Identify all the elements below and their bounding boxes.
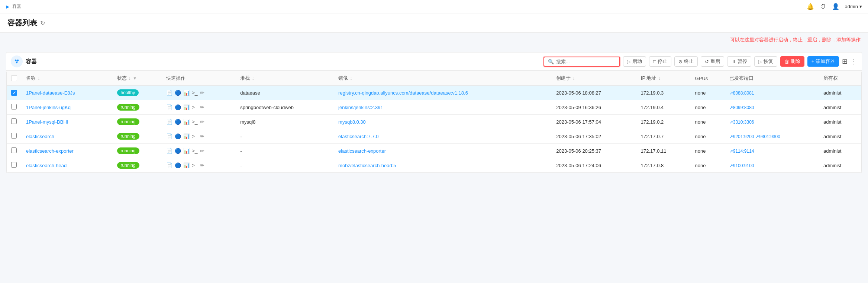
container-name-link[interactable]: elasticsearch-exporter	[26, 148, 74, 154]
row-quick-actions-cell: 📄 🔵 📊 >_ ✏	[162, 115, 236, 129]
table: 名称 ↕ 状态 ↕ ▼ 快速操作 堆栈 ↕	[7, 71, 861, 172]
port-link[interactable]: ↗8099:8080	[729, 105, 754, 110]
col-stack-label: 堆栈	[240, 75, 250, 81]
action-edit-icon[interactable]: ✏	[200, 104, 204, 110]
action-log-icon[interactable]: 📄	[166, 133, 172, 139]
col-stack-sort[interactable]: ↕	[252, 76, 254, 80]
action-terminal-icon[interactable]: >_	[192, 162, 198, 168]
action-monitor-icon[interactable]: 🔵	[175, 148, 181, 154]
action-terminal-icon[interactable]: >_	[192, 133, 198, 139]
port-link[interactable]: ↗8088:8081	[729, 90, 754, 96]
action-terminal-icon[interactable]: >_	[192, 90, 198, 96]
image-link[interactable]: elasticsearch:7.7.0	[338, 134, 378, 139]
stop-button[interactable]: □ 停止	[649, 56, 671, 67]
header-checkbox[interactable]	[11, 75, 17, 81]
action-edit-icon[interactable]: ✏	[200, 148, 204, 154]
action-monitor-icon[interactable]: 🔵	[175, 119, 181, 125]
delete-button[interactable]: 🗑 删除	[780, 56, 804, 67]
action-stats-icon[interactable]: 📊	[183, 90, 190, 96]
col-image-sort[interactable]: ↕	[350, 76, 352, 80]
action-stats-icon[interactable]: 📊	[183, 119, 190, 125]
image-link[interactable]: mobz/elasticsearch-head:5	[338, 163, 396, 168]
action-terminal-icon[interactable]: >_	[192, 119, 198, 125]
row-checkbox[interactable]	[11, 118, 17, 124]
add-container-button[interactable]: + 添加容器	[807, 56, 839, 67]
action-monitor-icon[interactable]: 🔵	[175, 162, 181, 168]
action-stats-icon[interactable]: 📊	[183, 162, 190, 168]
port-link[interactable]: ↗9100:9100	[729, 163, 754, 168]
col-created-sort[interactable]: ↕	[573, 76, 575, 80]
row-image-cell: jenkins/jenkins:2.391	[334, 100, 552, 115]
layout-icon[interactable]: ⊞	[842, 57, 848, 66]
col-status-sort[interactable]: ↕	[129, 76, 131, 80]
image-link[interactable]: registry.cn-qingdao.aliyuncs.com/dataeas…	[338, 90, 468, 96]
status-badge: running	[117, 133, 139, 140]
clock-icon[interactable]: ⏱	[820, 3, 826, 10]
quick-actions-group: 📄 🔵 📊 >_ ✏	[166, 104, 232, 110]
image-link[interactable]: mysql:8.0.30	[338, 119, 366, 125]
container-name-link[interactable]: elasticsearch	[26, 134, 54, 139]
action-terminal-icon[interactable]: >_	[192, 104, 198, 110]
terminate-button[interactable]: ⊘ 终止	[674, 56, 698, 67]
row-ip-cell: 172.19.0.4	[636, 100, 691, 115]
action-stats-icon[interactable]: 📊	[183, 133, 190, 139]
stop-label: 停止	[658, 58, 667, 65]
action-monitor-icon[interactable]: 🔵	[175, 104, 181, 110]
refresh-icon[interactable]: ↻	[40, 19, 45, 26]
port-link[interactable]: ↗9201:9200	[729, 134, 754, 139]
row-ports-cell: ↗3310:3306	[725, 115, 819, 129]
action-stats-icon[interactable]: 📊	[183, 104, 190, 110]
action-log-icon[interactable]: 📄	[166, 148, 172, 154]
action-edit-icon[interactable]: ✏	[200, 119, 204, 125]
action-edit-icon[interactable]: ✏	[200, 162, 204, 168]
action-monitor-icon[interactable]: 🔵	[175, 133, 181, 139]
action-terminal-icon[interactable]: >_	[192, 148, 198, 154]
stack-value: springbootweb-cloudweb	[240, 105, 294, 110]
row-checkbox[interactable]	[11, 147, 17, 153]
pause-button[interactable]: ⏸ 暂停	[727, 56, 751, 67]
col-status-filter[interactable]: ▼	[133, 76, 137, 80]
table-row: 1Panel-mysql-BBHlrunning 📄 🔵 📊 >_ ✏ mysq…	[7, 115, 861, 129]
start-button[interactable]: ▷ 启动	[623, 56, 646, 67]
col-name-sort[interactable]: ↕	[38, 76, 40, 80]
col-ip-sort[interactable]: ↕	[658, 76, 661, 80]
container-name-link[interactable]: 1Panel-jenkins-ugKq	[26, 105, 71, 110]
container-name-link[interactable]: 1Panel-dataease-E8Js	[26, 90, 75, 96]
row-checkbox[interactable]	[11, 162, 17, 168]
restart-button[interactable]: ↺ 重启	[701, 56, 724, 67]
admin-menu[interactable]: admin ▾	[845, 4, 862, 9]
action-stats-icon[interactable]: 📊	[183, 148, 190, 154]
container-name-link[interactable]: 1Panel-mysql-BBHl	[26, 119, 68, 125]
more-icon[interactable]: ⋮	[851, 57, 857, 66]
container-name-link[interactable]: elasticsearch-head	[26, 163, 67, 168]
col-gpus: GPUs	[691, 71, 725, 86]
row-image-cell: mobz/elasticsearch-head:5	[334, 158, 552, 173]
action-log-icon[interactable]: 📄	[166, 90, 172, 96]
action-edit-icon[interactable]: ✏	[200, 90, 204, 96]
action-log-icon[interactable]: 📄	[166, 119, 172, 125]
search-input[interactable]	[556, 59, 616, 64]
stack-value: mysql8	[240, 119, 255, 125]
bell-icon[interactable]: 🔔	[807, 3, 814, 10]
action-monitor-icon[interactable]: 🔵	[175, 90, 181, 96]
row-quick-actions-cell: 📄 🔵 📊 >_ ✏	[162, 129, 236, 144]
port-link[interactable]: ↗9301:9300	[755, 134, 780, 139]
action-edit-icon[interactable]: ✏	[200, 133, 204, 139]
user-icon[interactable]: 👤	[832, 3, 839, 10]
port-link[interactable]: ↗9114:9114	[729, 149, 754, 154]
section-icon	[11, 55, 23, 67]
port-link[interactable]: ↗3310:3306	[729, 120, 754, 125]
resume-button[interactable]: ▷ 恢复	[754, 56, 777, 67]
action-log-icon[interactable]: 📄	[166, 162, 172, 168]
image-link[interactable]: elasticsearch-exporter	[338, 148, 386, 154]
col-quick-actions: 快速操作	[162, 71, 236, 86]
row-checkbox[interactable]	[11, 133, 17, 139]
row-checkbox-cell	[7, 115, 22, 129]
row-checkbox[interactable]	[11, 104, 17, 109]
action-log-icon[interactable]: 📄	[166, 104, 172, 110]
row-created-cell: 2023-05-09 16:36:26	[552, 100, 636, 115]
page-header: 容器列表 ↻	[0, 13, 868, 33]
image-link[interactable]: jenkins/jenkins:2.391	[338, 105, 383, 110]
toolbar-right: 🔍 ▷ 启动 □ 停止 ⊘ 终止	[543, 56, 857, 67]
row-checkbox[interactable]: ✓	[11, 90, 17, 96]
